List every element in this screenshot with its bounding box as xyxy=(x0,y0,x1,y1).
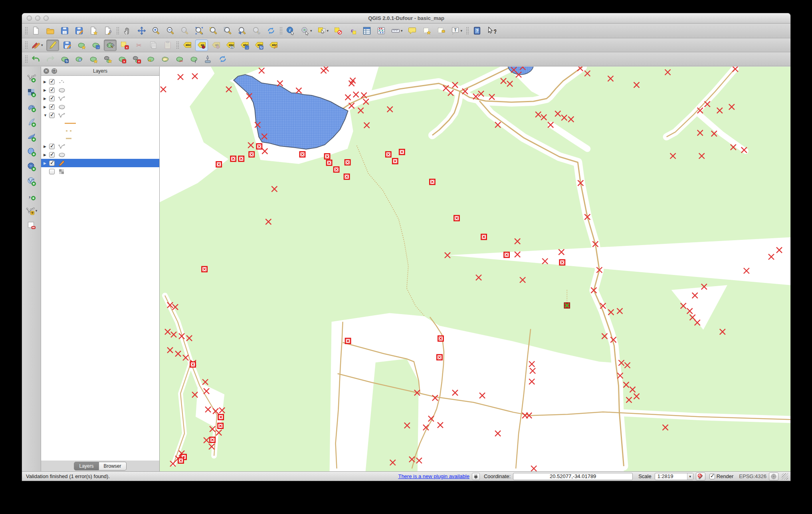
add-feature[interactable] xyxy=(75,40,88,51)
deselect-features[interactable] xyxy=(332,25,345,37)
layer-item-routes[interactable]: ▼✓ xyxy=(41,111,159,119)
zoom-full[interactable] xyxy=(193,25,206,37)
add-delimited-text-layer[interactable]: , xyxy=(26,190,38,202)
rotate-feature[interactable]: ↻ xyxy=(58,53,71,65)
panel-close-button[interactable]: ✕ xyxy=(44,68,49,74)
refresh-map[interactable] xyxy=(265,25,277,37)
add-ring[interactable] xyxy=(87,53,100,65)
offset-curve[interactable] xyxy=(159,53,172,65)
field-calculator[interactable] xyxy=(375,25,388,37)
move-feature[interactable]: → xyxy=(89,40,102,51)
zoom-to-layer[interactable] xyxy=(222,25,234,37)
layer-visibility-checkbox[interactable]: ✓ xyxy=(49,160,55,166)
layer-item-water[interactable]: ▶✓ xyxy=(41,103,159,111)
layer-symbol-item[interactable] xyxy=(41,127,159,134)
new-bookmark[interactable] xyxy=(420,25,433,37)
layer-item-places[interactable]: ▶✓ xyxy=(41,77,159,86)
open-attribute-table[interactable] xyxy=(360,25,373,37)
highlight-pinned-labels[interactable]: ab xyxy=(210,40,222,51)
move-label[interactable]: abc→ xyxy=(238,40,251,51)
delete-ring[interactable]: ✕ xyxy=(116,53,129,65)
minimize-button[interactable] xyxy=(35,16,40,21)
render-checkbox[interactable]: ✓ xyxy=(709,474,715,479)
pin-labels[interactable]: ab xyxy=(195,40,208,51)
expand-arrow-icon[interactable]: ▶ xyxy=(44,80,49,84)
layer-visibility-checkbox[interactable]: ✓ xyxy=(49,144,55,149)
new-project[interactable] xyxy=(30,25,42,37)
undo[interactable] xyxy=(30,53,42,65)
add-raster-layer[interactable] xyxy=(26,87,38,98)
title-bar[interactable]: QGIS 2.0.1-Dufour - basic_map xyxy=(22,13,790,24)
zoom-in[interactable] xyxy=(150,25,162,37)
rotate-point-symbols[interactable] xyxy=(202,53,215,65)
chevron-down-icon[interactable]: ▼ xyxy=(687,473,693,480)
expand-arrow-icon[interactable]: ▶ xyxy=(44,144,49,148)
layer-item-buildings[interactable]: ▶✓ xyxy=(41,86,159,94)
help-contents[interactable]: ? xyxy=(471,25,483,37)
remove-layer[interactable] xyxy=(26,220,38,231)
layer-visibility-checkbox[interactable]: ✓ xyxy=(49,113,55,118)
save-layer-edits[interactable] xyxy=(61,40,73,51)
run-feature-action[interactable]: ▾ xyxy=(299,25,314,37)
map-tips[interactable] xyxy=(406,25,419,37)
add-postgis-layer[interactable] xyxy=(26,102,38,113)
identify-features[interactable]: i xyxy=(284,25,297,37)
layer-item-roads[interactable]: ▶✓ xyxy=(41,94,159,103)
panel-tab-browser[interactable]: Browser xyxy=(99,462,127,471)
new-composer[interactable] xyxy=(87,25,100,37)
save-project[interactable] xyxy=(58,25,71,37)
layer-visibility-checkbox[interactable]: ✓ xyxy=(49,79,55,85)
toggle-editing[interactable] xyxy=(46,40,59,51)
panel-float-button[interactable]: ❐ xyxy=(51,68,57,74)
delete-part[interactable]: ✕ xyxy=(130,53,143,65)
open-project[interactable] xyxy=(44,25,57,37)
add-wms-layer[interactable] xyxy=(26,146,38,157)
merge-features[interactable] xyxy=(188,53,200,65)
zoom-to-selection[interactable] xyxy=(207,25,220,37)
delete-selected[interactable]: ✕ xyxy=(118,40,131,51)
zoom-next[interactable] xyxy=(250,25,263,37)
measure-line[interactable]: ▾ xyxy=(389,25,404,37)
change-label-properties[interactable]: abc xyxy=(267,40,280,51)
zoom-native[interactable]: 1:1 xyxy=(178,25,191,37)
layer-visibility-checkbox[interactable]: ✓ xyxy=(49,104,55,110)
refresh-canvas[interactable] xyxy=(216,53,229,65)
select-by-expression[interactable]: ε xyxy=(346,25,359,37)
crs-status-button[interactable] xyxy=(769,472,778,480)
zoom-out[interactable] xyxy=(164,25,177,37)
layer-visibility-checkbox[interactable]: ✓ xyxy=(49,96,55,101)
add-part[interactable] xyxy=(101,53,114,65)
plugin-icon[interactable] xyxy=(472,473,480,480)
map-canvas[interactable] xyxy=(160,67,790,471)
node-tool[interactable] xyxy=(104,40,117,51)
add-wcs-layer[interactable] xyxy=(26,161,38,172)
expand-arrow-icon[interactable]: ▶ xyxy=(44,97,49,101)
simplify-feature[interactable] xyxy=(73,53,85,65)
plugin-available-link[interactable]: There is a new plugin available xyxy=(398,473,469,479)
layer-item-3420C_2010_327_RGB_LATLNG[interactable] xyxy=(41,167,159,176)
layer-visibility-checkbox[interactable]: ✓ xyxy=(49,152,55,158)
expand-arrow-icon[interactable]: ▶ xyxy=(44,88,49,92)
select-features[interactable]: ▾ xyxy=(315,25,331,37)
paste-features[interactable] xyxy=(161,40,174,51)
zoom-last[interactable] xyxy=(236,25,249,37)
layer-item-landuse[interactable]: ▶✓ xyxy=(41,159,159,167)
add-mssql-layer[interactable] xyxy=(26,131,38,142)
scale-combo[interactable]: 1:2819 ▼ xyxy=(655,473,693,480)
layer-labeling[interactable]: abc xyxy=(181,40,194,51)
add-vector-layer[interactable] xyxy=(26,72,38,83)
split-features[interactable]: ✂ xyxy=(173,53,186,65)
expand-arrow-icon[interactable]: ▶ xyxy=(44,105,49,109)
current-edits[interactable]: ▾ xyxy=(30,40,45,51)
whats-this[interactable]: ? xyxy=(485,25,498,37)
redo[interactable] xyxy=(44,53,57,65)
pan-to-selection[interactable] xyxy=(135,25,148,37)
new-shapefile-layer[interactable]: ✱▾ xyxy=(26,205,38,216)
reshape-features[interactable] xyxy=(145,53,157,65)
expand-arrow-icon[interactable]: ▶ xyxy=(44,153,49,157)
layer-visibility-checkbox[interactable] xyxy=(49,169,55,174)
zoom-button[interactable] xyxy=(44,16,49,21)
cut-features[interactable]: ✂ xyxy=(133,40,145,51)
expand-arrow-icon[interactable]: ▼ xyxy=(44,113,49,117)
rotate-label[interactable]: abc↻ xyxy=(253,40,265,51)
